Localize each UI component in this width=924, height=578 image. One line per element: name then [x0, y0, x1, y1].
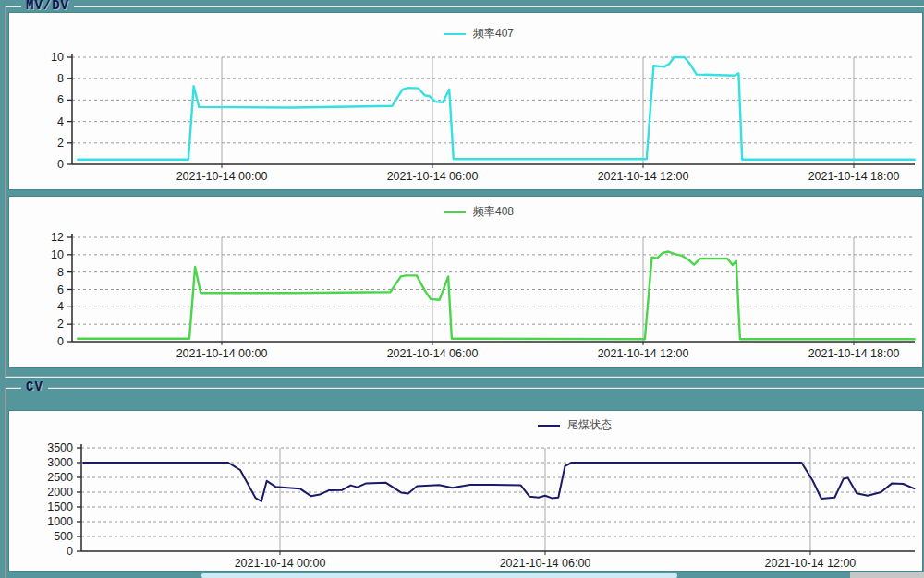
svg-text:6: 6	[57, 283, 64, 296]
svg-text:0: 0	[57, 158, 64, 171]
svg-text:1500: 1500	[47, 500, 73, 513]
chart-panel-freq407: 频率407 2021-10-14 00:002021-10-14 06:0020…	[9, 13, 922, 189]
svg-text:2021-10-14 00:00: 2021-10-14 00:00	[176, 170, 268, 183]
svg-text:4: 4	[57, 300, 64, 313]
legend-label: 频率408	[473, 204, 514, 220]
svg-text:2021-10-14 06:00: 2021-10-14 06:00	[387, 170, 479, 183]
svg-text:1000: 1000	[47, 515, 73, 528]
tailcoal-plot-area: 2021-10-14 00:002021-10-14 06:002021-10-…	[9, 411, 922, 571]
svg-text:12: 12	[51, 231, 64, 244]
svg-text:2021-10-14 00:00: 2021-10-14 00:00	[235, 557, 326, 570]
legend-label: 尾煤状态	[567, 417, 612, 433]
svg-text:2021-10-14 06:00: 2021-10-14 06:00	[500, 557, 591, 570]
group-label-mvdv: MV/DV	[21, 0, 74, 13]
svg-text:8: 8	[57, 266, 64, 279]
svg-text:2000: 2000	[47, 486, 73, 499]
chart-panel-tailcoal: 尾煤状态 2021-10-14 00:002021-10-14 06:00202…	[9, 411, 922, 571]
chart-panel-freq408: 频率408 2021-10-14 00:002021-10-14 06:0020…	[9, 197, 922, 367]
svg-text:2021-10-14 18:00: 2021-10-14 18:00	[808, 170, 900, 183]
legend-line-icon	[444, 211, 466, 213]
svg-text:2500: 2500	[47, 471, 73, 484]
group-label-cv: CV	[21, 379, 48, 394]
svg-text:0: 0	[57, 335, 64, 348]
svg-text:8: 8	[57, 72, 64, 85]
svg-text:3000: 3000	[47, 456, 73, 469]
svg-text:2: 2	[57, 318, 64, 331]
svg-text:10: 10	[51, 51, 64, 64]
svg-text:4: 4	[57, 115, 64, 128]
legend-line-icon	[538, 425, 560, 427]
svg-text:2021-10-14 12:00: 2021-10-14 12:00	[598, 347, 689, 360]
svg-text:2: 2	[57, 137, 64, 150]
legend-freq408: 频率408	[444, 204, 514, 220]
svg-text:2021-10-14 12:00: 2021-10-14 12:00	[765, 557, 857, 570]
legend-tailcoal: 尾煤状态	[538, 417, 612, 433]
bottom-partial-widget	[850, 572, 924, 578]
legend-label: 频率407	[473, 26, 514, 42]
legend-line-icon	[444, 33, 466, 35]
svg-text:2021-10-14 00:00: 2021-10-14 00:00	[176, 347, 268, 360]
svg-text:2021-10-14 12:00: 2021-10-14 12:00	[598, 170, 689, 183]
trend-monitor-screen: { "groups": { "mvdv_label": "MV/DV", "cv…	[0, 0, 924, 578]
svg-text:0: 0	[67, 545, 73, 558]
svg-text:6: 6	[57, 93, 64, 106]
legend-freq407: 频率407	[444, 26, 514, 42]
svg-text:3500: 3500	[47, 441, 73, 454]
svg-text:2021-10-14 06:00: 2021-10-14 06:00	[387, 347, 479, 360]
svg-text:2021-10-14 18:00: 2021-10-14 18:00	[808, 347, 900, 360]
svg-text:10: 10	[51, 248, 64, 261]
bottom-partial-widget	[201, 573, 677, 578]
freq408-plot-area: 2021-10-14 00:002021-10-14 06:002021-10-…	[9, 197, 922, 367]
svg-text:500: 500	[54, 530, 73, 543]
